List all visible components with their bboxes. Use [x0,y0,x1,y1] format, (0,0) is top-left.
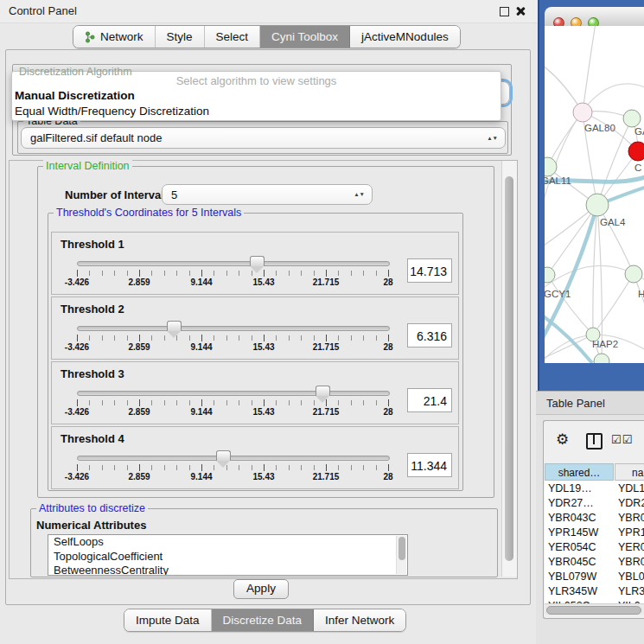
numerical-attributes-list[interactable]: SelfLoopsTopologicalCoefficientBetweenne… [48,534,408,576]
threshold-4-value-field[interactable]: 11.344 [407,453,452,477]
network-edge[interactable] [547,205,597,275]
network-icon [85,31,95,43]
column-layout-icon[interactable] [586,433,603,450]
tab-cyni-toolbox[interactable]: Cyni Toolbox [260,26,350,48]
tab-jactivemnodules[interactable]: jActiveMNodules [350,26,460,48]
threshold-4-slider-thumb[interactable] [216,450,231,461]
tab-label: Impute Data [136,614,200,627]
table-row[interactable]: YER054CYER0 [545,540,644,555]
network-edge[interactable] [593,205,597,335]
threshold-1-value-field[interactable]: 14.713 [407,258,452,283]
vertical-scrollbar[interactable] [501,161,517,577]
network-window-titlebar[interactable] [545,7,644,27]
cell-shared-name: YBR043C [548,511,612,526]
network-node[interactable] [625,265,642,283]
cell-shared-name: YBL079W [548,570,612,584]
table-horizontal-scrollbar-thumb[interactable] [546,606,641,615]
table-panel-title: Table Panel [546,397,605,410]
cell-shared-name: YER054C [548,540,612,555]
table-horizontal-scrollbar[interactable] [545,603,644,615]
bottom-tab-bar: Impute DataDiscretize DataInfer Network [124,609,406,632]
threshold-2-value-field[interactable]: 6.316 [407,323,452,348]
slider-major-tick [264,399,265,406]
float-window-icon[interactable] [500,7,509,16]
slider-major-tick [77,464,78,471]
table-row[interactable]: YPR145WYPR1 [545,526,644,540]
app-root: Control Panel NetworkStyleSelectCyni Too… [0,0,644,644]
slider-scale-label: 21.715 [313,277,340,287]
cell-shared-name: YDR27… [548,496,612,511]
popup-option-manual[interactable]: Manual Discretization [15,89,135,102]
network-node[interactable] [594,354,609,363]
tab-style[interactable]: Style [156,26,205,48]
vertical-scrollbar-thumb[interactable] [505,176,513,561]
slider-scale-label: 2.859 [128,342,150,352]
threshold-3-value-field[interactable]: 21.4 [407,388,452,412]
table-row[interactable]: YBR045CYBR0 [545,555,644,570]
slider-major-tick [388,399,389,406]
slider-scale-label: 9.144 [190,407,212,417]
slider-scale-label: 9.144 [190,277,212,287]
slider-major-tick [264,335,265,341]
tab-label: Style [167,30,193,43]
slider-scale-label: 28 [383,277,392,287]
attribute-item[interactable]: TopologicalCoefficient [48,550,407,564]
threshold-2-slider-thumb[interactable] [167,321,182,331]
network-node-label: C [634,163,641,173]
attributes-list-scrollbar-thumb[interactable] [399,537,405,560]
table-row[interactable]: YLR345WYLR3 [545,584,644,599]
slider-major-tick [77,399,78,406]
tab-network[interactable]: Network [73,26,156,48]
table-row[interactable]: YDL19…YDL1 [545,481,644,496]
threshold-1-slider-track[interactable] [77,261,390,266]
node-attribute-table[interactable]: shared… na YDL19…YDL1YDR27…YDR2YBR043CYB… [545,463,644,603]
cell-name: YDL1 [618,481,644,496]
network-edge[interactable] [583,26,596,112]
network-edge[interactable] [593,274,634,335]
table-data-combobox[interactable]: galFiltered.sif default node ▲▼ [21,127,506,149]
table-row[interactable]: YBR043CYBR0 [545,511,644,526]
attribute-item[interactable]: SelfLoops [48,535,407,550]
slider-major-tick [201,464,202,471]
slider-scale-label: 9.144 [190,472,212,481]
slider-major-tick [139,464,140,471]
attributes-list-scrollbar[interactable] [396,536,406,574]
network-node[interactable] [586,194,609,216]
panel-title: Control Panel [9,4,77,17]
slider-major-tick [388,270,389,277]
tab-infer-network[interactable]: Infer Network [314,609,405,631]
cell-shared-name: YBR045C [548,555,612,570]
tab-impute-data[interactable]: Impute Data [124,609,212,631]
cell-name: YBR0 [618,555,644,570]
threshold-2-slider-track[interactable] [77,326,390,331]
network-node[interactable] [628,142,644,161]
gear-icon[interactable]: ⚙ [556,430,569,449]
slider-major-tick [139,270,140,277]
num-intervals-combobox[interactable]: 5 ▲▼ [162,184,373,205]
table-row[interactable]: YBL079WYBL0 [545,570,644,584]
slider-major-tick [388,335,389,341]
select-columns-icon[interactable]: ☑☑ [611,433,633,446]
network-node-label: HAP2 [592,339,618,349]
slider-scale-label: 28 [383,342,392,352]
network-canvas[interactable]: GAL80GACGAL11GAL4GCY1HHAP2 [545,26,644,363]
network-node[interactable] [623,110,641,127]
table-row[interactable]: YDR27…YDR2 [545,496,644,511]
close-icon[interactable] [515,6,526,16]
threshold-4-slider-track[interactable] [77,456,390,461]
slider-scale-label: 21.715 [313,472,340,481]
threshold-3-slider-thumb[interactable] [316,386,330,396]
popup-option-equal-width[interactable]: Equal Width/Frequency Discretization [15,105,209,118]
tab-select[interactable]: Select [205,26,261,48]
tab-label: Network [100,30,143,43]
network-node[interactable] [573,103,592,122]
attribute-item[interactable]: BetweennessCentrality [48,564,407,576]
column-header-shared-name[interactable]: shared… [545,463,614,481]
network-edge[interactable] [597,205,634,274]
tab-discretize-data[interactable]: Discretize Data [212,609,315,631]
threshold-3-slider-track[interactable] [77,391,390,396]
column-header-name[interactable]: na [615,463,644,481]
threshold-1-slider-thumb[interactable] [250,256,265,266]
slider-scale-label: 15.43 [252,277,274,287]
apply-button[interactable]: Apply [233,579,289,599]
